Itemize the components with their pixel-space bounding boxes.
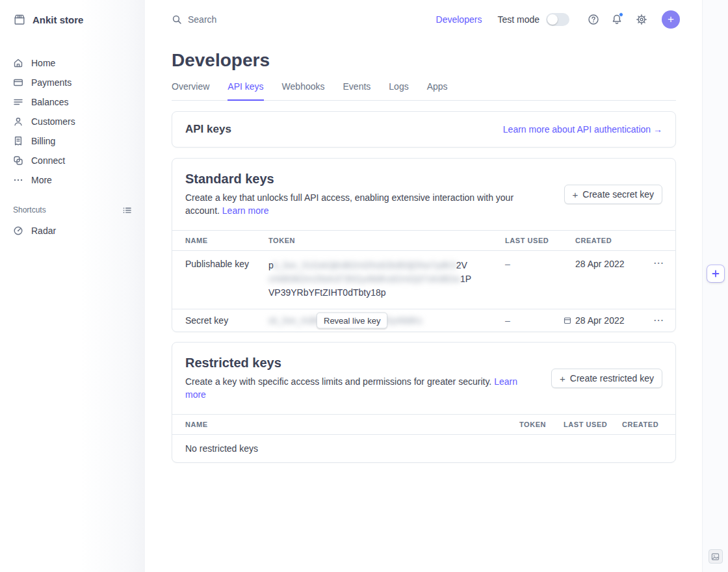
edit-shortcuts-icon[interactable]: [122, 205, 132, 215]
content: Developers Overview API keys Webhooks Ev…: [145, 39, 702, 463]
secret-key-token: sk_live_Kd83mDhs72kDm3hDy48dKs Reveal li…: [268, 315, 505, 326]
plus-icon: [711, 269, 720, 278]
right-rail: [702, 0, 728, 572]
sidebar-item-label: Radar: [31, 226, 56, 236]
sidebar-item-label: Payments: [31, 77, 72, 88]
api-keys-banner: API keys Learn more about API authentica…: [172, 111, 676, 148]
image-icon: [711, 552, 720, 561]
app-root: Ankit store Home Payments: [0, 0, 728, 572]
last-used-value: –: [505, 259, 575, 269]
billing-icon: [13, 136, 23, 146]
test-mode-toggle[interactable]: [546, 13, 569, 26]
reveal-live-key-button[interactable]: Reveal live key: [317, 313, 387, 329]
tab-events[interactable]: Events: [343, 81, 371, 92]
publishable-key-token[interactable]: pk_live_51Gxk3jKd82mDhs62kd93jDhw7ydK32V…: [268, 259, 505, 300]
connect-icon: [13, 155, 23, 166]
create-secret-key-button[interactable]: + Create secret key: [564, 185, 662, 204]
token-redacted: k_live_51Gxk3jKd82mDhs62kd93jDhw7ydK3: [274, 260, 456, 270]
store-name: Ankit store: [32, 14, 83, 25]
key-name: Publishable key: [185, 259, 268, 269]
table-row-publishable-key: Publishable key pk_live_51Gxk3jKd82mDhs6…: [172, 251, 675, 309]
api-keys-title: API keys: [185, 123, 231, 136]
test-mode-label: Test mode: [497, 14, 540, 25]
table-row-secret-key: Secret key sk_live_Kd83mDhs72kDm3hDy48dK…: [172, 309, 675, 332]
sidebar-item-label: Billing: [31, 136, 55, 146]
api-auth-learn-link[interactable]: Learn more about API authentication →: [503, 124, 662, 135]
col-name: NAME: [185, 237, 268, 244]
created-value: 28 Apr 2022: [575, 315, 653, 326]
account-avatar-add-button[interactable]: +: [662, 10, 680, 29]
plus-icon: +: [573, 190, 578, 200]
tab-bar: Overview API keys Webhooks Events Logs A…: [172, 81, 676, 101]
sidebar-item-radar[interactable]: Radar: [0, 221, 145, 240]
main-column: Search Developers Test mode: [145, 0, 702, 572]
store-icon: [13, 13, 26, 26]
sidebar-item-payments[interactable]: Payments: [0, 73, 145, 92]
side-panel-add-button[interactable]: [707, 265, 724, 282]
tab-logs[interactable]: Logs: [389, 81, 408, 92]
side-panel-image-button[interactable]: [708, 549, 723, 564]
last-used-value: –: [505, 315, 510, 326]
restricted-keys-header: Restricted keys Create a key with specif…: [172, 343, 675, 414]
sidebar-item-balances[interactable]: Balances: [0, 92, 145, 112]
token-fragment: VP39YRbYFtZIHT0dTbty18p: [268, 287, 386, 298]
customers-icon: [13, 116, 23, 127]
toggle-knob: [547, 14, 558, 25]
sidebar: Ankit store Home Payments: [0, 0, 145, 572]
shortcuts-title: Shortcuts: [13, 205, 46, 214]
sidebar-item-more[interactable]: More: [0, 170, 145, 190]
sidebar-item-label: More: [31, 175, 52, 185]
restricted-keys-description-text: Create a key with specific access limits…: [185, 376, 491, 387]
tab-apps[interactable]: Apps: [427, 81, 448, 92]
token-fragment: 1P: [460, 274, 471, 284]
sidebar-item-billing[interactable]: Billing: [0, 131, 145, 151]
col-name: NAME: [185, 421, 519, 428]
col-last-used: LAST USED: [564, 421, 622, 428]
store-switcher[interactable]: Ankit store: [0, 10, 145, 29]
tab-overview[interactable]: Overview: [172, 81, 209, 92]
row-menu-button[interactable]: ⋯: [653, 259, 664, 268]
sidebar-item-connect[interactable]: Connect: [0, 151, 145, 170]
home-icon: [13, 58, 23, 68]
key-name: Secret key: [185, 315, 268, 326]
page-title: Developers: [172, 49, 676, 72]
tab-api-keys[interactable]: API keys: [228, 81, 263, 92]
tab-webhooks[interactable]: Webhooks: [282, 81, 325, 92]
create-secret-key-label: Create secret key: [582, 189, 654, 200]
col-created: CREATED: [575, 237, 653, 244]
standard-keys-header: Standard keys Create a key that unlocks …: [172, 159, 675, 230]
restricted-keys-title: Restricted keys: [185, 356, 523, 370]
standard-keys-title: Standard keys: [185, 172, 536, 187]
create-restricted-key-button[interactable]: + Create restricted key: [551, 369, 662, 388]
standard-keys-card: Standard keys Create a key that unlocks …: [172, 158, 676, 332]
calendar-icon: [564, 317, 571, 324]
col-token: TOKEN: [268, 237, 505, 244]
arrow-right-icon: →: [653, 124, 662, 135]
standard-keys-description: Create a key that unlocks full API acces…: [185, 191, 536, 217]
topbar-actions: Developers Test mode: [436, 10, 680, 29]
col-token: TOKEN: [519, 421, 564, 428]
col-created: CREATED: [622, 421, 662, 428]
notifications-button[interactable]: [611, 14, 623, 25]
sidebar-item-home[interactable]: Home: [0, 53, 145, 73]
standard-table-header: NAME TOKEN LAST USED CREATED: [172, 230, 675, 251]
settings-button[interactable]: [636, 14, 647, 25]
restricted-keys-card: Restricted keys Create a key with specif…: [172, 342, 676, 463]
topbar: Search Developers Test mode: [145, 0, 702, 39]
help-button[interactable]: [588, 14, 599, 25]
more-ellipsis-icon: [13, 175, 23, 185]
token-redacted: cHd83kDm29sKd73hDy48dKs82mDj37sKd82w: [268, 274, 460, 284]
sidebar-item-label: Customers: [31, 116, 75, 127]
developers-link[interactable]: Developers: [436, 14, 482, 25]
sidebar-item-label: Connect: [31, 155, 65, 166]
empty-state-text: No restricted keys: [185, 443, 519, 454]
sidebar-item-customers[interactable]: Customers: [0, 112, 145, 131]
gear-icon: [636, 14, 647, 25]
token-fragment: 2V: [456, 260, 467, 270]
standard-learn-more-link[interactable]: Learn more: [222, 205, 269, 216]
search-input[interactable]: Search: [172, 14, 216, 25]
row-menu-button[interactable]: ⋯: [653, 316, 664, 325]
restricted-keys-description: Create a key with specific access limits…: [185, 375, 523, 401]
col-last-used: LAST USED: [505, 237, 575, 244]
search-icon: [172, 14, 182, 25]
